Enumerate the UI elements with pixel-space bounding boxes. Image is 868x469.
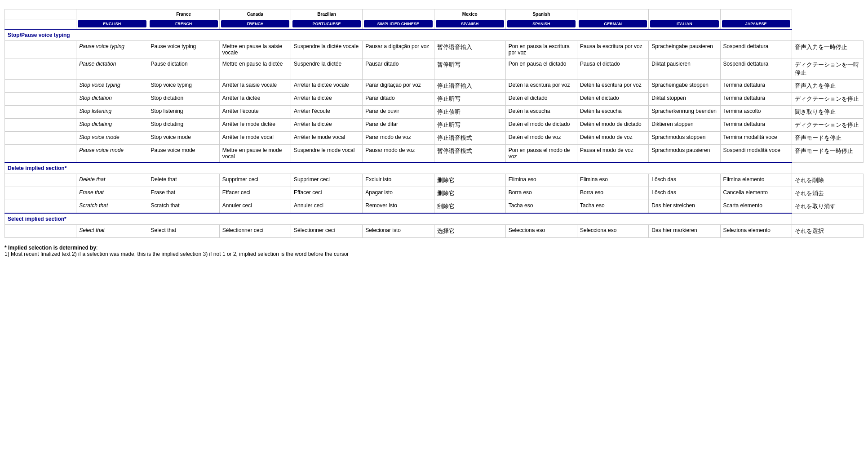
table-row: Stop voice typingStop voice typingArrête…: [5, 80, 864, 93]
lang-cell-spanish_mexico: Pon en pausa el dictado: [505, 58, 577, 80]
lang-cell-spanish_mexico: Pon en pausa la escritura por voz: [505, 41, 577, 58]
header-todo: [5, 4, 76, 9]
lang-cell-portuguese: Parar de ouvir: [363, 106, 434, 119]
lang-cell-italian: Sospendi modalità voce: [720, 145, 792, 163]
say-cell: Erase that: [76, 187, 148, 200]
lang-cell-english: Erase that: [148, 187, 219, 200]
lang-cell-portuguese: Pausar a digitação por voz: [363, 41, 434, 58]
lang-cell-japanese: 音声入力を停止: [792, 80, 863, 93]
table-row: Stop listeningStop listeningArrêter l'éc…: [5, 106, 864, 119]
say-cell: Stop voice typing: [76, 80, 148, 93]
table-row: Stop voice modeStop voice modeArrêter le…: [5, 132, 864, 145]
lang-cell-german: Lösch das: [649, 174, 720, 187]
btn-italian: ITALIAN: [649, 19, 720, 29]
lang-cell-chinese: 停止侦听: [434, 106, 505, 119]
lang-cell-english: Delete that: [148, 174, 219, 187]
lang-cell-portuguese: Remover isto: [363, 200, 434, 214]
lang-cell-spanish_mexico: Detén la escucha: [505, 106, 577, 119]
say-cell: Select that: [76, 225, 148, 238]
lang-cell-portuguese: Pausar modo de voz: [363, 145, 434, 163]
btn-japanese: JAPANESE: [720, 19, 792, 29]
todo-cell: [5, 106, 76, 119]
spanish-mexico-badge: SPANISH: [436, 20, 504, 27]
lang-cell-chinese: 停止听写: [434, 119, 505, 132]
btn-french-france: FRENCH: [148, 19, 219, 29]
lang-cell-french_canada: Arrêter le mode vocal: [291, 132, 363, 145]
table-row: Pause voice typingPause voice typingMett…: [5, 41, 864, 58]
lang-cell-french_canada: Supprimer ceci: [291, 174, 363, 187]
say-cell: Pause voice typing: [76, 41, 148, 58]
lang-cell-german: Das hier streichen: [649, 200, 720, 214]
lang-cell-italian: Cancella elemento: [720, 187, 792, 200]
lang-cell-chinese: 暂停语音模式: [434, 145, 505, 163]
table-row: Pause dictationPause dictationMettre en …: [5, 58, 864, 80]
lang-cell-chinese: 选择它: [434, 225, 505, 238]
section-title-stop-pause: Stop/Pause voice typing: [5, 29, 792, 41]
lang-cell-spanish: Pausa el dictado: [577, 58, 649, 80]
lang-cell-chinese: 停止语音输入: [434, 80, 505, 93]
lang-cell-english: Stop voice typing: [148, 80, 219, 93]
btn-spanish: SPANISH: [505, 19, 577, 29]
table-row: Delete thatDelete thatSupprimer ceciSupp…: [5, 174, 864, 187]
table-row: Erase thatErase thatEffacer ceciEffacer …: [5, 187, 864, 200]
lang-cell-portuguese: Parar de ditar: [363, 119, 434, 132]
lang-cell-spanish_mexico: Elimina eso: [505, 174, 577, 187]
lang-cell-portuguese: Parar ditado: [363, 93, 434, 106]
lang-cell-spanish: Detén la escritura por voz: [577, 80, 649, 93]
todo-cell: [5, 187, 76, 200]
lang-label-french-france: France: [148, 9, 219, 19]
lang-cell-spanish_mexico: Pon en pausa el modo de voz: [505, 145, 577, 163]
lang-label-chinese: [363, 9, 434, 19]
lang-cell-italian: Seleziona elemento: [720, 225, 792, 238]
lang-cell-chinese: 刮除它: [434, 200, 505, 214]
todo-cell: [5, 174, 76, 187]
lang-cell-french_france: Effacer ceci: [219, 187, 291, 200]
lang-cell-french_canada: Arrêter la dictée: [291, 93, 363, 106]
lang-cell-french_france: Supprimer ceci: [219, 174, 291, 187]
lang-cell-french_france: Arrêter le mode dictée: [219, 119, 291, 132]
lang-label-portuguese: Brazilian: [291, 9, 363, 19]
lang-cell-japanese: 音声入力を一時停止: [792, 41, 863, 58]
say-cell: Pause dictation: [76, 58, 148, 80]
lang-cell-english: Pause voice mode: [148, 145, 219, 163]
lang-cell-japanese: 聞き取りを停止: [792, 106, 863, 119]
lang-cell-french_france: Mettre en pause le mode vocal: [219, 145, 291, 163]
lang-cell-french_france: Arrêter l'écoute: [219, 106, 291, 119]
lang-cell-french_france: Arrêter le mode vocal: [219, 132, 291, 145]
lang-cell-portuguese: Pausar ditado: [363, 58, 434, 80]
lang-label-italian: [649, 9, 720, 19]
btn-spanish-mexico: SPANISH: [434, 19, 505, 29]
lang-label-spanish: Spanish: [505, 9, 577, 19]
lang-cell-spanish_mexico: Borra eso: [505, 187, 577, 200]
section-title-select-implied: Select implied section*: [5, 213, 792, 225]
lang-cell-italian: Termina dettatura: [720, 93, 792, 106]
lang-label-german: [577, 9, 649, 19]
section-header-select-implied: Select implied section*: [5, 213, 864, 225]
lang-cell-french_canada: Effacer ceci: [291, 187, 363, 200]
lang-cell-french_canada: Annuler ceci: [291, 200, 363, 214]
lang-cell-spanish: Detén el dictado: [577, 93, 649, 106]
section-header-stop-pause: Stop/Pause voice typing: [5, 29, 864, 41]
lang-cell-french_canada: Suspendre la dictée: [291, 58, 363, 80]
header-say: [76, 4, 864, 9]
lang-cell-chinese: 停止听写: [434, 93, 505, 106]
lang-cell-japanese: それを選択: [792, 225, 863, 238]
btn-german: GERMAN: [577, 19, 649, 29]
say-cell: Scratch that: [76, 200, 148, 214]
lang-cell-english: Stop dictating: [148, 119, 219, 132]
lang-cell-german: Diktat pausieren: [649, 58, 720, 80]
lang-cell-english: Pause dictation: [148, 58, 219, 80]
lang-cell-german: Lösch das: [649, 187, 720, 200]
italian-badge: ITALIAN: [650, 20, 718, 27]
portuguese-badge: PORTUGUESE: [292, 20, 361, 27]
section-header-delete-implied: Delete implied section*: [5, 162, 864, 174]
lang-cell-german: Spracheingabe stoppen: [649, 80, 720, 93]
lang-cell-spanish: Tacha eso: [577, 200, 649, 214]
lang-cell-japanese: それを取り消す: [792, 200, 863, 214]
lang-cell-french_france: Arrêter la dictée: [219, 93, 291, 106]
say-cell: Stop dictating: [76, 119, 148, 132]
say-cell: Stop voice mode: [76, 132, 148, 145]
header-todo-spacer: [5, 9, 76, 19]
lang-cell-french_canada: Arrêter la dictée vocale: [291, 80, 363, 93]
lang-cell-english: Select that: [148, 225, 219, 238]
